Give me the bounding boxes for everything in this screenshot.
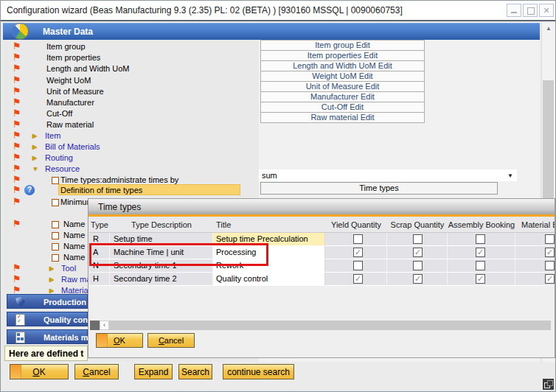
cell-title[interactable]: Processing <box>213 246 325 259</box>
expand-arrow-icon[interactable]: ▶ <box>32 133 37 139</box>
weight-uom-edit-button[interactable]: Weight UoM Edit <box>260 71 425 82</box>
item-group-edit-button[interactable]: Item group Edit <box>260 40 425 51</box>
flag-icon: ⚑ <box>13 75 21 85</box>
column-header-type[interactable]: Type <box>89 217 110 233</box>
tree-checkbox-icon[interactable] <box>52 177 59 184</box>
scrap-checkbox[interactable] <box>413 274 423 284</box>
assembly-checkbox[interactable] <box>476 274 485 284</box>
tooltip: Here are defined t <box>4 346 88 361</box>
expand-button[interactable]: Expand <box>134 364 173 379</box>
material-checkbox[interactable] <box>545 234 555 244</box>
tree-checkbox-icon[interactable] <box>52 221 59 228</box>
tree-item-bill-of-materials[interactable]: ⚑▶Bill of Materials <box>3 141 257 153</box>
raw-material-edit-button[interactable]: Raw material Edit <box>260 112 425 123</box>
pie-chart-icon <box>12 23 29 40</box>
search-button[interactable]: Search <box>178 364 212 379</box>
cell-title[interactable]: Setup time Precalculation <box>213 233 325 246</box>
cell-type: A <box>89 246 110 259</box>
cancel-button[interactable]: Cancel <box>74 364 119 379</box>
manufacturer-edit-button[interactable]: Manufacturer Edit <box>260 91 425 102</box>
administrate-times-dropdown[interactable]: sum ▼ <box>259 169 517 181</box>
cell-description: Secondary time 2 <box>110 273 213 286</box>
yield-checkbox[interactable] <box>353 248 363 257</box>
hscrollbar-thumb[interactable] <box>90 321 100 330</box>
material-checkbox[interactable] <box>545 274 555 284</box>
column-header-type-description[interactable]: Type Description <box>110 217 213 233</box>
tree-item-item-group[interactable]: ⚑Item group <box>3 41 257 52</box>
expand-arrow-icon[interactable]: ▶ <box>49 276 54 283</box>
flag-icon: ⚑ <box>13 153 21 162</box>
sidebar-item-quality-control[interactable]: ✓✓ Quality control <box>7 312 88 326</box>
tree-checkbox-icon[interactable] <box>52 232 59 239</box>
scroll-left-icon[interactable]: ‹ <box>100 321 109 330</box>
column-header-assembly-booking[interactable]: Assembly Booking <box>448 217 515 233</box>
tree-item-unit-of-measure[interactable]: ⚑Unit of Measure <box>3 86 257 97</box>
tree-item-resource[interactable]: ⚑▼Resource <box>3 164 257 175</box>
minimize-icon <box>511 12 517 13</box>
tree-item-length-width-uom[interactable]: ⚑Length and Width UoM <box>3 63 257 74</box>
column-header-title[interactable]: Title <box>213 217 325 233</box>
resize-grip-icon[interactable] <box>543 379 554 390</box>
scrap-checkbox[interactable] <box>413 248 423 257</box>
tree-item-item[interactable]: ⚑▶Item <box>3 130 257 141</box>
chevron-down-icon[interactable]: ▼ <box>507 172 513 179</box>
collapse-arrow-icon[interactable]: ▼ <box>32 166 38 172</box>
close-button[interactable]: ✕ <box>539 4 554 17</box>
maximize-button[interactable] <box>523 4 538 17</box>
close-icon: ✕ <box>540 4 553 16</box>
tree-checkbox-icon[interactable] <box>52 243 59 251</box>
dialog-ok-button[interactable]: OK <box>96 333 143 348</box>
cell-title[interactable]: Quality control <box>213 273 325 286</box>
cut-off-edit-button[interactable]: Cut-Off Edit <box>260 102 425 113</box>
cell-assembly <box>448 233 515 246</box>
tree-checkbox-icon[interactable] <box>52 254 59 262</box>
assembly-checkbox[interactable] <box>476 261 485 270</box>
cell-yield <box>325 259 387 273</box>
horizontal-scrollbar[interactable] <box>109 321 551 330</box>
tree-checkbox-icon[interactable] <box>52 199 59 206</box>
column-header-material-booking[interactable]: Material Booking <box>515 217 555 233</box>
flag-icon: ⚑ <box>13 175 21 184</box>
column-header-yield-quantity[interactable]: Yield Quantity <box>325 217 387 233</box>
cell-assembly <box>448 273 515 286</box>
scrap-checkbox[interactable] <box>413 261 423 270</box>
tree-item-definition-of-time-types[interactable]: ⚑?Definition of time types <box>3 185 257 196</box>
continue-search-button[interactable]: continue search <box>223 364 294 379</box>
scrap-checkbox[interactable] <box>413 234 423 244</box>
time-types-button[interactable]: Time types <box>260 182 498 195</box>
expand-arrow-icon[interactable]: ▶ <box>32 144 37 150</box>
yield-checkbox[interactable] <box>353 234 363 244</box>
expand-arrow-icon[interactable]: ▶ <box>32 155 37 161</box>
material-checkbox[interactable] <box>545 261 555 270</box>
cell-type: H <box>89 273 110 286</box>
help-icon[interactable]: ? <box>24 185 35 195</box>
minimize-button[interactable] <box>507 4 521 17</box>
expand-arrow-icon[interactable]: ▶ <box>49 287 54 294</box>
dialog-title-bar[interactable]: Time types <box>88 199 555 214</box>
scroll-up-icon[interactable]: ▲ <box>542 24 555 34</box>
tree-item-raw-material[interactable]: ⚑Raw material <box>3 119 257 130</box>
assembly-checkbox[interactable] <box>476 248 485 257</box>
tree-item-weight-uom[interactable]: ⚑Weight UoM <box>3 75 257 86</box>
ok-button[interactable]: OK <box>10 364 69 379</box>
tree-item-routing[interactable]: ⚑▶Routing <box>3 153 257 164</box>
material-checkbox[interactable] <box>545 248 555 257</box>
flag-icon: ⚑ <box>13 52 21 62</box>
yield-checkbox[interactable] <box>353 274 363 284</box>
master-data-header[interactable]: Master Data <box>3 23 540 40</box>
sidebar-item-materials-management[interactable]: Materials management <box>7 329 88 344</box>
cell-title[interactable]: Rework <box>213 259 325 273</box>
yield-checkbox[interactable] <box>353 261 363 270</box>
sidebar-item-production[interactable]: Production <box>7 294 88 309</box>
unit-of-measure-edit-button[interactable]: Unit of Measure Edit <box>260 81 425 92</box>
column-header-scrap-quantity[interactable]: Scrap Quantity <box>387 217 448 233</box>
length-width-uom-edit-button[interactable]: Length and Width UoM Edit <box>260 60 425 71</box>
expand-arrow-icon[interactable]: ▶ <box>49 265 54 272</box>
dialog-cancel-button[interactable]: Cancel <box>147 333 195 348</box>
tree-item-manufacturer[interactable]: ⚑Manufacturer <box>3 97 257 108</box>
item-properties-edit-button[interactable]: Item properties Edit <box>260 50 425 61</box>
cell-assembly <box>448 246 515 259</box>
assembly-checkbox[interactable] <box>476 234 485 244</box>
tree-item-item-properties[interactable]: ⚑Item properties <box>3 52 257 63</box>
tree-item-cut-off[interactable]: ⚑Cut-Off <box>3 108 257 119</box>
